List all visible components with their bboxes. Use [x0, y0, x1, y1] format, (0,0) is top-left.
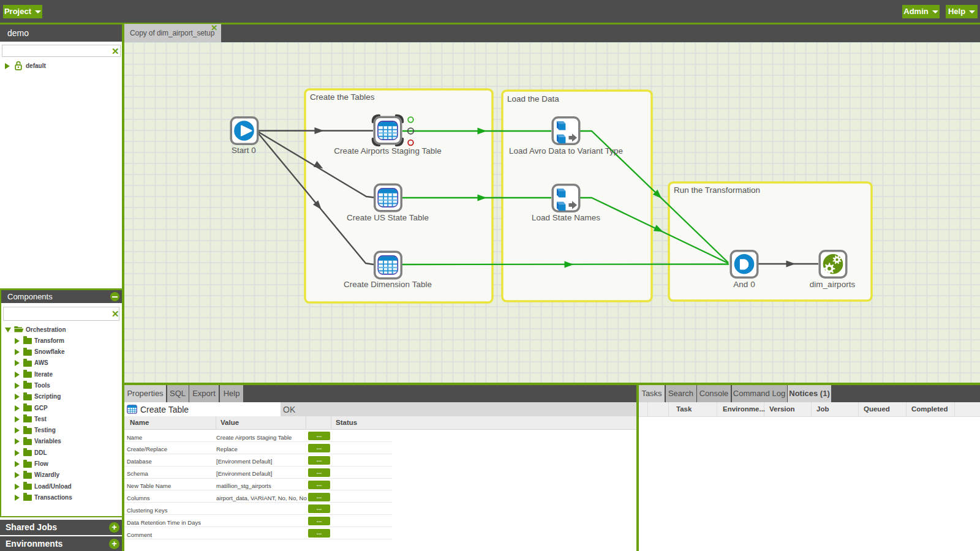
svg-text:Create US State Table: Create US State Table	[347, 213, 429, 222]
svg-text:Create Dimension Table: Create Dimension Table	[344, 280, 432, 289]
svg-text:Start 0: Start 0	[232, 146, 256, 155]
svg-text:Load the Data: Load the Data	[507, 94, 559, 103]
svg-text:Load State Names: Load State Names	[532, 213, 600, 222]
svg-text:dim_airports: dim_airports	[810, 280, 856, 289]
svg-text:Create Airports Staging Table: Create Airports Staging Table	[334, 146, 441, 156]
svg-text:Create the Tables: Create the Tables	[310, 92, 375, 102]
svg-text:Run the Transformation: Run the Transformation	[674, 186, 760, 195]
svg-text:Load Avro Data to Variant Type: Load Avro Data to Variant Type	[509, 146, 623, 156]
svg-text:And 0: And 0	[733, 280, 755, 289]
